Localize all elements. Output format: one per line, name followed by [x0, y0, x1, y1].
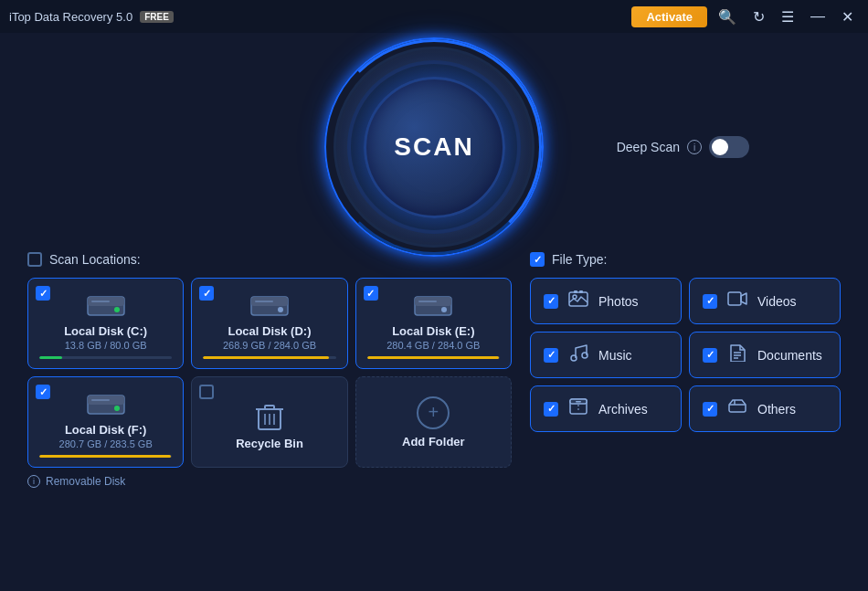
main-content: SCAN Deep Scan i Scan Locations: — [0, 33, 868, 506]
disk-f-progress — [39, 455, 172, 458]
disk-f-size: 280.7 GB / 283.5 GB — [39, 438, 172, 449]
free-badge: FREE — [140, 11, 174, 23]
scan-locations-label: Scan Locations: — [49, 252, 141, 267]
svg-rect-11 — [418, 301, 437, 302]
deep-scan-info-icon[interactable]: i — [687, 140, 702, 154]
svg-rect-3 — [91, 301, 110, 302]
file-type-label: File Type: — [552, 252, 607, 267]
file-type-panel: File Type: Photos — [530, 252, 841, 488]
svg-point-10 — [441, 307, 447, 312]
disk-c-progress — [39, 356, 172, 359]
disk-d-name: Local Disk (D:) — [203, 324, 335, 338]
disk-f-progress-bar — [39, 455, 171, 458]
videos-label: Videos — [757, 294, 797, 309]
refresh-button[interactable]: ↻ — [747, 6, 770, 27]
disk-card-c[interactable]: Local Disk (C:) 13.8 GB / 80.0 GB — [27, 278, 184, 369]
titlebar-right: Activate 🔍 ↻ ☰ — ✕ — [631, 6, 859, 27]
disk-d-size: 268.9 GB / 284.0 GB — [203, 340, 335, 351]
activate-button[interactable]: Activate — [631, 6, 707, 27]
videos-icon — [726, 290, 748, 312]
svg-rect-34 — [576, 401, 581, 403]
deep-scan-toggle[interactable] — [709, 136, 749, 158]
minimize-button[interactable]: — — [805, 6, 831, 26]
removable-disk-label: Removable Disk — [46, 475, 125, 488]
disk-f-icon — [39, 392, 172, 419]
disk-d-progress — [203, 356, 335, 359]
info-circle-icon: i — [27, 475, 40, 488]
photos-checkbox[interactable] — [544, 294, 558, 309]
videos-checkbox[interactable] — [703, 294, 717, 309]
disk-f-checkbox[interactable] — [36, 385, 50, 399]
titlebar-left: iTop Data Recovery 5.0 FREE — [9, 10, 174, 24]
removable-disk-info: i Removable Disk — [27, 475, 512, 488]
scan-button[interactable]: SCAN — [364, 77, 505, 218]
scan-middle-ring: SCAN — [347, 60, 521, 234]
close-button[interactable]: ✕ — [836, 6, 859, 27]
disk-c-progress-bar — [39, 356, 62, 359]
file-type-header: File Type: — [530, 252, 841, 267]
svg-point-2 — [114, 307, 120, 312]
recycle-bin-icon — [253, 400, 286, 433]
add-folder-card[interactable]: + Add Folder — [355, 376, 512, 468]
scan-locations-checkbox[interactable] — [27, 252, 42, 267]
toggle-thumb — [712, 139, 728, 155]
photos-label: Photos — [598, 294, 639, 309]
documents-checkbox[interactable] — [703, 348, 717, 363]
svg-rect-25 — [579, 290, 583, 293]
scan-area: SCAN Deep Scan i — [27, 42, 841, 252]
disk-e-size: 280.4 GB / 284.0 GB — [367, 340, 500, 351]
disk-d-checkbox[interactable] — [199, 286, 214, 301]
svg-point-6 — [278, 307, 283, 312]
disk-f-name: Local Disk (F:) — [39, 423, 172, 437]
filetype-card-music[interactable]: Music — [530, 332, 682, 378]
filetype-card-videos[interactable]: Videos — [689, 278, 841, 324]
scan-outer-ring: SCAN — [333, 47, 535, 248]
archives-checkbox[interactable] — [544, 402, 558, 417]
file-type-grid: Photos Videos — [530, 278, 841, 432]
disk-e-checkbox[interactable] — [364, 286, 378, 301]
svg-rect-18 — [265, 406, 274, 409]
others-checkbox[interactable] — [703, 402, 717, 417]
documents-label: Documents — [757, 348, 822, 363]
disk-e-name: Local Disk (E:) — [367, 324, 500, 338]
documents-icon — [726, 343, 748, 366]
recycle-bin-card[interactable]: Recycle Bin — [191, 376, 347, 468]
disk-e-progress — [367, 356, 500, 359]
disk-d-progress-bar — [203, 356, 329, 359]
disk-c-icon — [39, 293, 172, 321]
menu-button[interactable]: ☰ — [776, 6, 799, 27]
file-type-checkbox[interactable] — [530, 252, 545, 267]
svg-rect-26 — [728, 292, 741, 305]
disk-card-d[interactable]: Local Disk (D:) 268.9 GB / 284.0 GB — [191, 278, 347, 369]
svg-rect-15 — [91, 399, 110, 401]
disk-e-icon — [367, 293, 500, 321]
filetype-card-others[interactable]: Others — [689, 385, 841, 432]
svg-rect-24 — [574, 290, 577, 293]
svg-rect-7 — [255, 301, 273, 302]
music-checkbox[interactable] — [544, 348, 558, 363]
archives-label: Archives — [598, 402, 648, 417]
titlebar: iTop Data Recovery 5.0 FREE Activate 🔍 ↻… — [0, 0, 868, 33]
music-icon — [567, 343, 589, 366]
app-title: iTop Data Recovery 5.0 — [9, 10, 132, 24]
recycle-bin-checkbox[interactable] — [199, 385, 214, 399]
disk-card-e[interactable]: Local Disk (E:) 280.4 GB / 284.0 GB — [355, 278, 512, 369]
filetype-card-archives[interactable]: Archives — [530, 385, 682, 432]
add-folder-icon: + — [417, 396, 450, 429]
disk-e-progress-bar — [367, 356, 499, 359]
search-button[interactable]: 🔍 — [713, 6, 742, 27]
add-folder-label: Add Folder — [402, 435, 465, 449]
svg-point-14 — [114, 406, 120, 411]
disk-c-checkbox[interactable] — [36, 286, 50, 301]
disk-card-f[interactable]: Local Disk (F:) 280.7 GB / 283.5 GB — [27, 376, 184, 468]
filetype-card-photos[interactable]: Photos — [530, 278, 682, 324]
deep-scan-label: Deep Scan — [617, 140, 680, 154]
recycle-bin-label: Recycle Bin — [236, 437, 303, 450]
disks-grid: Local Disk (C:) 13.8 GB / 80.0 GB — [27, 278, 512, 468]
music-label: Music — [598, 348, 632, 363]
others-label: Others — [757, 402, 796, 417]
filetype-card-documents[interactable]: Documents — [689, 332, 841, 378]
disk-c-name: Local Disk (C:) — [39, 324, 172, 338]
bottom-section: Scan Locations: — [27, 252, 841, 488]
scan-button-wrapper: SCAN — [333, 47, 535, 248]
